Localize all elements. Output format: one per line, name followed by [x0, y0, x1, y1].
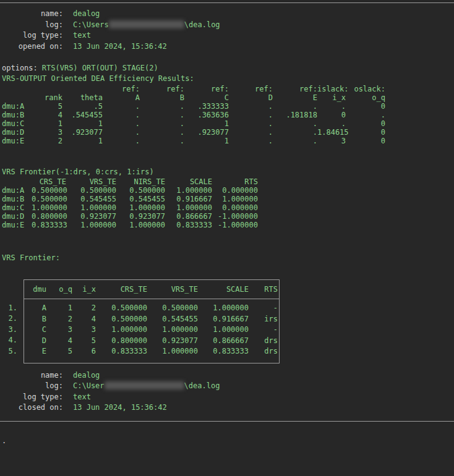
result-value: . — [140, 128, 184, 137]
redacted-username — [105, 381, 184, 389]
header-cell — [62, 85, 103, 93]
frontier-cell: 1.000000 — [198, 303, 249, 314]
header-cell: A — [103, 93, 140, 102]
header-cell: VRS_TE — [66, 177, 116, 186]
frontier-cell: 0.866667 — [198, 336, 249, 347]
dmu-label: dmu:A — [2, 186, 32, 195]
options-line: options:RTS(VRS) ORT(OUT) STAGE(2) — [0, 63, 454, 74]
log-label: log: — [2, 20, 63, 31]
closed-on-value: 13 Jun 2024, 15:36:42 — [73, 403, 167, 412]
header-cell: CRS_TE — [32, 177, 66, 186]
frontier-value: 1.000000 — [165, 203, 212, 212]
frontier-cell: 0.545455 — [147, 314, 198, 325]
log-path-suffix: \dea.log — [184, 20, 220, 29]
frontier-list-table: CRS_TEVRS_TENIRS_TESCALERTSdmu:A0.500000… — [0, 177, 454, 229]
frontier-row: D450.8000000.9230770.866667drs — [25, 336, 278, 347]
log-open-block: name:dealog log:C:\Users\dea.log log typ… — [0, 9, 454, 52]
name-label: name: — [2, 370, 63, 381]
frontier-cell: 0.500000 — [96, 314, 147, 325]
result-value: 0 — [346, 137, 385, 145]
header-cell: ref: — [273, 85, 317, 93]
frontier-row: E560.8333331.0000000.833333drs — [25, 346, 278, 357]
dmu-label: dmu:D — [2, 212, 32, 221]
frontier-value: 1.000000 — [32, 203, 66, 212]
result-value: 1 — [184, 137, 229, 145]
result-value: . — [103, 111, 140, 119]
frontier-cell: - — [249, 325, 278, 336]
frontier-list-row: dmu:B0.5000000.5454550.5454550.9166671.0… — [0, 195, 454, 203]
frontier-cell: 0.500000 — [147, 303, 198, 314]
opened-on-label: opened on: — [2, 41, 63, 53]
opened-on-line: opened on:13 Jun 2024, 15:36:42 — [0, 41, 454, 53]
header-cell: E — [273, 93, 317, 102]
frontier-body: A120.5000000.5000001.000000-B240.5000000… — [24, 299, 279, 363]
frontier-list-header: CRS_TEVRS_TENIRS_TESCALERTS — [0, 177, 454, 186]
name-value: dealog — [73, 9, 100, 18]
result-value: . — [103, 128, 140, 137]
result-value: . — [273, 102, 317, 111]
result-value: . — [229, 102, 273, 111]
dmu-label: dmu:E — [2, 221, 32, 229]
frontier-cell: 2 — [72, 303, 96, 314]
frontier-table-title: VRS Frontier: — [0, 253, 454, 264]
frontier-header-cell: SCALE — [198, 284, 249, 295]
dmu-label: dmu:C — [2, 119, 36, 128]
result-value: . — [229, 137, 273, 145]
log-type-value: text — [73, 393, 91, 401]
header-cell: D — [229, 93, 273, 102]
frontier-value: 0.923077 — [116, 212, 165, 221]
row-numbers: 1.2.3.4.5. — [0, 279, 17, 363]
frontier-cell: 2 — [46, 314, 72, 325]
frontier-value: 0.833333 — [165, 221, 212, 229]
result-value: .5 — [62, 102, 103, 111]
header-cell: islack: — [317, 85, 346, 93]
result-value: . — [229, 119, 273, 128]
frontier-value: 0.000000 — [212, 203, 258, 212]
result-value: 4 — [36, 111, 62, 119]
log-type-label: log type: — [2, 392, 63, 403]
frontier-cell: 3 — [72, 325, 96, 336]
result-value: 1 — [62, 119, 103, 128]
results-header-refs: ref:ref:ref:ref:ref:islack:oslack: — [0, 85, 454, 93]
frontier-value: 0.833333 — [32, 221, 66, 229]
frontier-header-row: dmuo_qi_xCRS_TEVRS_TESCALERTS — [24, 280, 279, 300]
frontier-cell: 5 — [72, 336, 96, 347]
frontier-row: A120.5000000.5000001.000000- — [25, 303, 278, 314]
result-value: . — [140, 119, 184, 128]
options-value: RTS(VRS) ORT(OUT) STAGE(2) — [42, 64, 158, 72]
header-cell: ref: — [229, 85, 273, 93]
result-value: 1 — [184, 119, 229, 128]
header-cell: SCALE — [165, 177, 212, 186]
dmu-label: dmu:D — [2, 128, 36, 137]
bottom-separator-line — [0, 421, 454, 422]
frontier-cell: 4 — [72, 314, 96, 325]
frontier-value: 0.800000 — [32, 212, 66, 221]
header-cell: ref: — [140, 85, 184, 93]
header-cell: B — [140, 93, 184, 102]
frontier-value: 0.866667 — [165, 212, 212, 221]
result-value: . — [103, 119, 140, 128]
log-close-block: name:dealog log:C:\User\dea.log log type… — [0, 370, 454, 414]
spacer-cell — [2, 93, 36, 102]
frontier-header-cell: i_x — [72, 284, 96, 295]
header-cell: rank — [36, 93, 62, 102]
frontier-value: 1.000000 — [116, 221, 165, 229]
frontier-cell: - — [249, 303, 278, 314]
frontier-cell: 1.000000 — [96, 325, 147, 336]
frontier-cell: irs — [249, 314, 278, 325]
frontier-value: 1.000000 — [165, 186, 212, 195]
log-type-label: log type: — [2, 30, 63, 41]
dmu-label: dmu:A — [2, 102, 36, 111]
frontier-value: -1.000000 — [212, 212, 258, 221]
frontier-list-row: dmu:E0.8333331.0000001.0000000.833333-1.… — [0, 221, 454, 229]
result-value: 0 — [346, 102, 385, 111]
options-label: options: — [2, 64, 38, 72]
spacer-cell — [2, 177, 32, 186]
stata-results-window: name:dealog log:C:\Users\dea.log log typ… — [0, 0, 454, 476]
header-cell: ref: — [184, 85, 229, 93]
frontier-value: 0.545455 — [116, 195, 165, 203]
frontier-cell: 3 — [46, 325, 72, 336]
result-value: .181818 — [273, 111, 317, 119]
frontier-header-cell: CRS_TE — [96, 284, 147, 295]
log-path-suffix: \dea.log — [184, 381, 220, 390]
